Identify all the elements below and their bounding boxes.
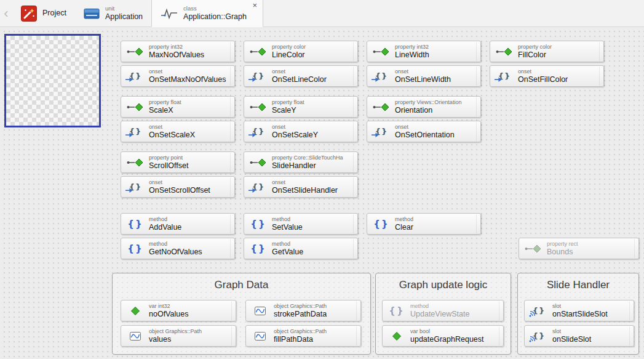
- brick-name-label: OnSetScaleY: [272, 131, 318, 139]
- brick-kind-label: method: [272, 241, 303, 247]
- brick-OnSetLineWidth[interactable]: {}onsetOnSetLineWidth: [367, 65, 481, 87]
- brick-name-label: GetNoOfValues: [149, 248, 202, 256]
- brick-AddValue[interactable]: {}methodAddValue: [121, 213, 235, 235]
- app-window: ‹ Project: [0, 0, 644, 359]
- brick-GetNoOfValues[interactable]: {}methodGetNoOfValues: [121, 238, 235, 259]
- brick-name-label: ScaleX: [149, 106, 181, 115]
- unit-icon: [84, 7, 100, 20]
- brick-kind-label: object Graphics::Path: [149, 328, 202, 334]
- brick-onStartSlideSlot[interactable]: {}slotonStartSlideSlot: [524, 300, 634, 321]
- group-title: Graph Data: [113, 279, 370, 291]
- method-icon: {}: [372, 219, 391, 230]
- brick-updateGraphRequest[interactable]: var boolupdateGraphRequest: [382, 325, 504, 347]
- brick-name-label: values: [149, 335, 202, 344]
- brick-UpdateViewState[interactable]: {}methodUpdateViewState: [382, 300, 504, 321]
- var-icon: [388, 331, 406, 341]
- brick-kind-label: method: [149, 216, 181, 222]
- method-icon: {}: [249, 243, 268, 254]
- brick-ScrollOffset[interactable]: property pointScrollOffset: [121, 151, 235, 173]
- object-icon: [126, 332, 145, 341]
- brick-OnSetSlideHandler[interactable]: {}onsetOnSetSlideHandler: [244, 176, 358, 198]
- brick-kind-label: object Graphics::Path: [274, 303, 327, 309]
- brick-SetValue[interactable]: {}methodSetValue: [244, 213, 358, 235]
- property-icon: [126, 103, 145, 111]
- brick-kind-label: onset: [272, 179, 338, 185]
- brick-name-label: Clear: [395, 223, 413, 232]
- method-icon: {}: [249, 219, 268, 230]
- brick-noOfValues[interactable]: var int32noOfValues: [121, 300, 236, 321]
- group-title: Slide Handler: [518, 279, 638, 291]
- brick-name-label: SetValue: [272, 223, 303, 232]
- brick-kind-label: onset: [149, 179, 210, 185]
- tab-unit-application[interactable]: unit Application: [75, 0, 151, 26]
- brick-kind-label: property float: [149, 99, 181, 105]
- brick-MaxNoOfValues[interactable]: property int32MaxNoOfValues: [121, 41, 235, 62]
- brick-name-label: OnSetLineColor: [272, 75, 327, 84]
- tab-kind-label: unit: [105, 6, 143, 12]
- brick-name-label: onSlideSlot: [552, 335, 591, 344]
- brick-kind-label: property float: [272, 99, 304, 105]
- back-chevron-icon[interactable]: ‹: [0, 0, 12, 26]
- brick-kind-label: onset: [272, 68, 327, 75]
- property-icon: [524, 244, 543, 253]
- tab-close-button[interactable]: ×: [250, 1, 260, 10]
- brick-name-label: Bounds: [547, 248, 578, 256]
- slot-icon: {}: [530, 306, 548, 315]
- brick-kind-label: var bool: [410, 328, 484, 334]
- brick-OnSetOrientation[interactable]: {}onsetOnSetOrientation: [367, 121, 481, 142]
- brick-SlideHandler[interactable]: property Core::SlideTouchHaSlideHandler: [244, 151, 358, 173]
- method-icon: {}: [126, 219, 145, 230]
- brick-OnSetFillColor[interactable]: {}onsetOnSetFillColor: [490, 65, 604, 87]
- brick-ScaleX[interactable]: property floatScaleX: [121, 96, 235, 118]
- brick-OnSetScaleY[interactable]: {}onsetOnSetScaleY: [244, 121, 358, 142]
- brick-OnSetLineColor[interactable]: {}onsetOnSetLineColor: [244, 65, 358, 87]
- brick-onSlideSlot[interactable]: {}slotonSlideSlot: [524, 325, 634, 347]
- brick-name-label: strokePathData: [274, 310, 327, 318]
- onset-icon: {}: [249, 182, 268, 192]
- brick-kind-label: method: [272, 216, 303, 222]
- brick-kind-label: property int32: [149, 44, 204, 50]
- brick-LineColor[interactable]: property colorLineColor: [244, 41, 358, 62]
- tab-class-application-graph[interactable]: class Application::Graph ×: [151, 0, 263, 27]
- property-icon: [495, 47, 514, 56]
- brick-Bounds[interactable]: property rectBounds: [519, 238, 639, 259]
- brick-name-label: GetValue: [272, 248, 303, 256]
- brick-name-label: ScrollOffset: [149, 161, 188, 170]
- brick-name-label: OnSetOrientation: [395, 131, 455, 139]
- widget-canvas[interactable]: [4, 34, 101, 127]
- brick-ScaleY[interactable]: property floatScaleY: [244, 96, 358, 118]
- brick-name-label: OnSetFillColor: [518, 75, 568, 84]
- brick-name-label: UpdateViewState: [410, 310, 469, 318]
- brick-kind-label: onset: [395, 68, 451, 75]
- tab-label: Project: [42, 9, 66, 17]
- brick-strokePathData[interactable]: object Graphics::PathstrokePathData: [245, 300, 361, 321]
- brick-OnSetMaxNoOfValues[interactable]: {}onsetOnSetMaxNoOfValues: [121, 65, 235, 87]
- property-icon: [249, 158, 268, 167]
- brick-name-label: updateGraphRequest: [410, 335, 484, 344]
- brick-values[interactable]: object Graphics::Pathvalues: [121, 325, 236, 347]
- brick-kind-label: onset: [272, 124, 318, 130]
- brick-name-label: noOfValues: [149, 310, 188, 318]
- brick-name-label: fillPathData: [274, 335, 327, 344]
- method-icon: {}: [126, 243, 145, 254]
- brick-kind-label: property int32: [395, 44, 429, 50]
- brick-kind-label: property Views::Orientation: [395, 99, 461, 105]
- brick-kind-label: property Core::SlideTouchHa: [272, 155, 343, 161]
- brick-name-label: OnSetScrollOffset: [149, 186, 210, 195]
- brick-Orientation[interactable]: property Views::OrientationOrientation: [367, 96, 481, 118]
- tab-project[interactable]: Project: [12, 0, 75, 26]
- brick-kind-label: property color: [272, 44, 306, 50]
- brick-OnSetScaleX[interactable]: {}onsetOnSetScaleX: [121, 121, 235, 142]
- brick-LineWidth[interactable]: property int32LineWidth: [367, 41, 481, 62]
- brick-name-label: Orientation: [395, 106, 461, 115]
- brick-fillPathData[interactable]: object Graphics::PathfillPathData: [245, 325, 361, 347]
- object-icon: [251, 307, 269, 315]
- brick-FillColor[interactable]: property colorFillColor: [490, 41, 604, 62]
- brick-name-label: OnSetMaxNoOfValues: [149, 75, 226, 84]
- brick-kind-label: method: [410, 303, 469, 309]
- brick-OnSetScrollOffset[interactable]: {}onsetOnSetScrollOffset: [121, 176, 235, 198]
- brick-GetValue[interactable]: {}methodGetValue: [244, 238, 358, 259]
- brick-Clear[interactable]: {}methodClear: [367, 213, 481, 235]
- onset-icon: {}: [126, 127, 145, 136]
- tab-kind-label: class: [183, 6, 247, 12]
